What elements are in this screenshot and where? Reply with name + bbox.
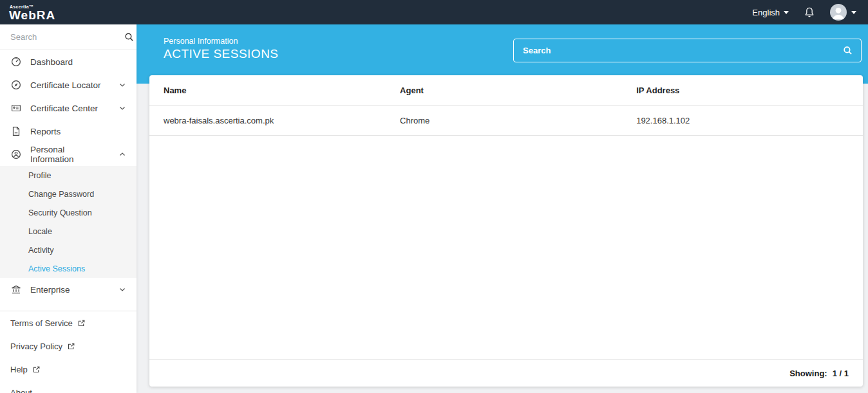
sidebar-item-label: Enterprise — [30, 285, 110, 295]
link-label: About — [10, 388, 32, 393]
sidebar-item-certificate-center[interactable]: Certificate Center — [0, 96, 137, 120]
compass-icon — [10, 79, 22, 91]
sidebar-subitem-locale[interactable]: Locale — [0, 222, 137, 241]
sidebar: Dashboard Certificate Locator Certificat… — [0, 24, 137, 393]
sidebar-search-input[interactable] — [10, 32, 124, 42]
table-footer: Showing: 1 / 1 — [149, 359, 863, 387]
link-label: Terms of Service — [10, 318, 73, 328]
sidebar-subitem-change-password[interactable]: Change Password — [0, 185, 137, 203]
sidebar-link-privacy-policy[interactable]: Privacy Policy — [0, 334, 137, 358]
search-icon[interactable] — [842, 45, 853, 56]
chevron-up-icon — [118, 151, 126, 158]
badge-card-icon — [10, 102, 22, 114]
cell-session-agent: Chrome — [400, 116, 636, 125]
sidebar-subitem-security-question[interactable]: Security Question — [0, 203, 137, 222]
table-row[interactable]: webra-faisals.ascertia.com.pk Chrome 192… — [149, 106, 863, 136]
link-label: Help — [10, 365, 28, 374]
avatar — [830, 4, 847, 21]
sidebar-item-certificate-locator[interactable]: Certificate Locator — [0, 73, 137, 96]
sidebar-item-dashboard[interactable]: Dashboard — [0, 50, 137, 73]
table-header-row: Name Agent IP Address — [149, 75, 863, 106]
column-header-name: Name — [164, 86, 400, 95]
sidebar-subitem-activity[interactable]: Activity — [0, 241, 137, 259]
bank-icon — [10, 284, 22, 295]
chevron-down-icon — [118, 104, 126, 112]
link-label: Privacy Policy — [10, 342, 62, 351]
sidebar-item-reports[interactable]: Reports — [0, 120, 137, 143]
person-circle-icon — [10, 149, 22, 160]
notifications-bell-icon[interactable] — [803, 6, 816, 19]
dashboard-gauge-icon — [10, 56, 22, 68]
column-header-agent: Agent — [400, 86, 636, 95]
showing-value: 1 / 1 — [833, 369, 849, 378]
sidebar-link-about[interactable]: About — [0, 381, 137, 393]
external-link-icon — [77, 319, 86, 327]
column-header-ip-address: IP Address — [636, 86, 849, 95]
chevron-down-icon — [118, 286, 126, 293]
brand-main-text: WebRA — [9, 9, 55, 21]
subitem-label: Activity — [28, 246, 54, 255]
table-search[interactable] — [513, 39, 862, 62]
page-title: ACTIVE SESSIONS — [164, 47, 279, 61]
sidebar-item-personal-information[interactable]: Personal Information — [0, 143, 137, 166]
language-selector[interactable]: English — [752, 8, 789, 17]
cell-session-name: webra-faisals.ascertia.com.pk — [164, 116, 400, 125]
sidebar-item-label: Certificate Locator — [30, 80, 110, 90]
subitem-label: Profile — [28, 171, 51, 180]
personal-information-submenu: Profile Change Password Security Questio… — [0, 166, 137, 278]
sidebar-item-label: Dashboard — [30, 57, 126, 67]
sidebar-item-label: Personal Information — [30, 145, 110, 164]
table-empty-space — [149, 136, 863, 359]
sidebar-search[interactable] — [0, 24, 137, 50]
chevron-down-icon — [851, 11, 856, 14]
sidebar-subitem-profile[interactable]: Profile — [0, 166, 137, 185]
subitem-label: Locale — [28, 227, 52, 236]
search-icon[interactable] — [124, 32, 135, 42]
sidebar-item-label: Certificate Center — [30, 104, 110, 113]
topbar: Ascertia™ WebRA English — [0, 0, 868, 24]
sidebar-subitem-active-sessions[interactable]: Active Sessions — [0, 259, 137, 278]
sidebar-link-help[interactable]: Help — [0, 358, 137, 381]
main-content: Personal Information ACTIVE SESSIONS Nam… — [137, 24, 868, 393]
sidebar-link-terms-of-service[interactable]: Terms of Service — [0, 311, 137, 334]
subitem-label: Active Sessions — [28, 264, 85, 273]
chevron-down-icon — [784, 11, 789, 14]
external-link-icon — [67, 342, 75, 351]
cell-session-ip: 192.168.1.102 — [636, 116, 849, 125]
table-search-input[interactable] — [523, 46, 842, 55]
subitem-label: Security Question — [28, 208, 92, 217]
sidebar-item-enterprise[interactable]: Enterprise — [0, 278, 137, 301]
chevron-down-icon — [118, 81, 126, 89]
external-link-icon — [32, 365, 41, 374]
brand-logo: Ascertia™ WebRA — [9, 3, 55, 21]
subitem-label: Change Password — [28, 190, 94, 199]
document-icon — [10, 125, 22, 137]
breadcrumb: Personal Information — [164, 37, 238, 46]
showing-label: Showing: — [789, 369, 827, 378]
active-sessions-card: Name Agent IP Address webra-faisals.asce… — [149, 75, 863, 387]
user-menu[interactable] — [830, 4, 856, 21]
sidebar-item-label: Reports — [30, 127, 126, 136]
language-label: English — [752, 8, 780, 17]
